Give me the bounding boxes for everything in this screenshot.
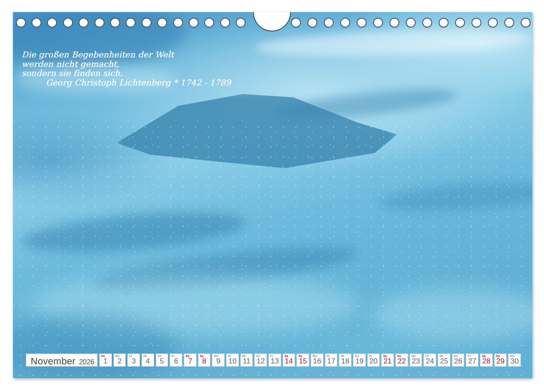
day-number: 26 [452,357,464,366]
day-number: 30 [509,357,520,366]
day-of-week-label: Do [158,354,161,357]
binding-hole [455,18,465,28]
day-number: 9 [212,357,224,366]
binding-hole [110,18,120,28]
day-of-week-label: Fr [171,354,174,357]
binding-hole [340,18,350,28]
day-of-week-label: Mi [440,354,443,357]
day-cell: Mo2 [114,354,126,367]
snow-ridge-highlight [254,26,531,60]
binding-hole [324,18,334,28]
day-of-week-label: Sa [482,354,486,357]
date-strip: November 2026 So1Mo2Di3Mi4Do5Fr6Sa7So8Mo… [26,354,521,367]
day-of-week-label: So [200,354,204,357]
day-cell: Mi4 [142,354,154,367]
day-number: 22 [396,357,408,366]
binding-hole [157,18,167,28]
binding-hole [79,18,89,28]
day-of-week-label: Sa [186,354,190,357]
month-name: November [31,356,76,367]
binding-hole [291,18,301,28]
day-of-week-label: Mi [242,354,246,357]
day-of-week-label: Mo [411,354,416,357]
day-number: 6 [170,357,182,366]
day-of-week-label: Di [228,354,231,357]
day-number: 20 [368,357,380,366]
snow-photo: Die großen Begebenheiten der Welt werden… [13,12,532,378]
binding-hole [95,18,104,28]
day-cell: Di17 [325,354,338,367]
binding-hole [422,18,432,28]
binding-hole [307,18,317,28]
day-of-week-label: Mo [115,354,120,357]
binding-hole [357,18,367,28]
binding-hole [220,18,230,28]
day-cell: Mi11 [240,354,253,367]
day-number: 23 [410,357,422,366]
day-cell: Mi18 [339,354,351,367]
day-number: 4 [142,357,154,366]
day-cell: Fr6 [170,354,182,367]
binding-hole [236,18,246,28]
binding-hole [389,18,399,28]
day-number: 5 [156,357,168,366]
day-of-week-label: Di [327,354,330,357]
binding-hole [63,18,73,28]
day-cell: So29 [494,354,507,367]
day-of-week-label: Sa [383,354,387,357]
day-cell: So22 [395,354,408,367]
day-of-week-label: Fr [468,354,471,357]
day-of-week-label: So [298,354,302,357]
day-of-week-label: Fr [369,354,372,357]
day-cell: Mo16 [311,354,323,367]
quote-attribution: Georg Christoph Lichtenberg * 1742 - 178… [22,78,231,88]
day-cell: So8 [198,354,211,367]
day-number: 13 [269,357,281,366]
day-number: 1 [100,357,111,366]
day-of-week-label: Do [454,354,458,357]
day-of-week-label: Mi [143,354,147,357]
day-number: 8 [199,357,210,366]
day-cell: Mo23 [410,354,422,367]
hanger-cutout [253,12,291,32]
quote-line: werden nicht gemacht, [22,60,231,69]
year-label: 2026 [79,358,95,366]
day-of-week-label: So [397,354,401,357]
binding-hole [204,18,214,28]
day-number: 17 [326,357,337,366]
day-of-week-label: Mo [313,354,317,357]
day-number: 29 [495,357,506,366]
day-number: 24 [424,357,436,366]
binding-hole [16,18,26,28]
day-cell: Di10 [226,354,239,367]
day-of-week-label: So [101,354,105,357]
day-number: 10 [227,357,238,366]
binding-hole [521,18,531,28]
day-cell: Di24 [424,354,436,367]
day-number: 27 [466,357,478,366]
day-cell: Sa14 [283,354,295,367]
day-of-week-label: Fr [270,354,273,357]
day-of-week-label: Mi [341,354,344,357]
day-number: 2 [114,357,126,366]
binding-hole [504,18,514,28]
binding-hole [439,18,449,28]
snow-sparkle-texture [13,120,532,378]
day-number: 28 [481,357,492,366]
day-number: 7 [184,357,196,366]
day-cell: Mo9 [212,354,225,367]
quote-line: Die großen Begebenheiten der Welt [22,50,231,60]
day-number: 12 [255,357,266,366]
day-cell: Sa21 [381,354,394,367]
snow-shadow-band [271,84,458,126]
day-number: 25 [438,357,450,366]
quote-line: sondern sie finden sich. [22,69,231,78]
day-number: 11 [241,357,253,366]
day-cell: So1 [99,354,112,367]
binding-hole [32,18,41,28]
day-number: 3 [128,357,139,366]
day-cell: Do5 [156,354,168,367]
day-number: 14 [283,357,295,366]
day-of-week-label: Mo [214,354,218,357]
binding-hole [373,18,383,28]
